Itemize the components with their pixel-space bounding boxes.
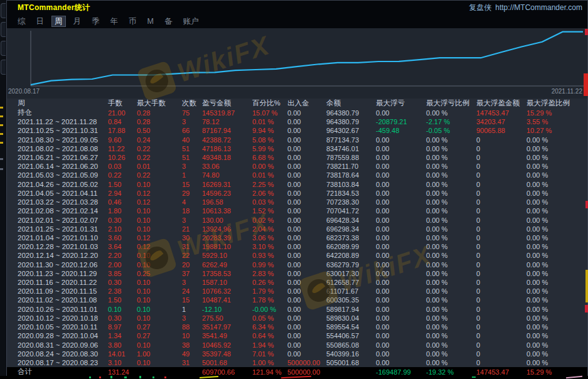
table-cell: 0.00 xyxy=(376,306,426,313)
column-header: 最大浮盈金额 xyxy=(476,99,527,108)
table-row[interactable]: 2020.08.24 ~ 2020.08.3014.011.004935397.… xyxy=(7,350,587,358)
table-row[interactable]: 2021.01.04 ~ 2021.01.103.600.123020283.3… xyxy=(7,233,587,242)
table-row[interactable]: 2020.11.09 ~ 2020.11.152.380.102410766.3… xyxy=(7,287,587,296)
background-window-fragment xyxy=(584,73,588,96)
table-cell: 3.06 % xyxy=(252,234,287,242)
table-row[interactable]: 2021.02.08 ~ 2021.02.141.800.101810613.3… xyxy=(7,206,587,215)
table-cell: 707238.30 xyxy=(326,198,376,206)
table-cell: 3.85 xyxy=(108,270,137,277)
table-cell: 0.22 xyxy=(137,154,182,161)
table-row[interactable]: 2020.11.02 ~ 2020.11.081.500.101510487.4… xyxy=(7,296,587,304)
table-cell: 964302.67 xyxy=(326,127,376,134)
table-cell: 130.00 xyxy=(202,216,252,224)
table-cell: 0.00 xyxy=(287,279,326,286)
table-cell: 3 xyxy=(182,216,202,224)
menu-item-币[interactable]: 币 xyxy=(126,16,139,26)
table-row[interactable]: 2020.10.26 ~ 2020.11.010.100.101-12.10-0… xyxy=(7,305,587,314)
table-row[interactable]: 2021.10.25 ~ 2021.10.3117.880.506687167.… xyxy=(7,126,587,135)
table-cell: 0.00 % xyxy=(527,154,587,161)
table-row[interactable]: 持仓21.000.2875145319.8715.07 %0.00964380.… xyxy=(7,108,587,117)
menu-item-年[interactable]: 年 xyxy=(108,16,121,26)
table-row[interactable]: 2020.11.30 ~ 2020.12.062.000.10206262.49… xyxy=(7,260,587,269)
table-cell: 0 xyxy=(476,252,527,259)
table-cell: 0.00 % xyxy=(527,323,587,331)
table-cell: 0 xyxy=(476,225,527,233)
table-row[interactable]: 2021.01.25 ~ 2021.01.312.100.102113924.9… xyxy=(7,225,587,233)
table-cell: 609700.66 xyxy=(202,368,252,376)
table-cell: 0.00 xyxy=(287,127,326,134)
table-row[interactable]: 2020.10.05 ~ 2020.10.118.970.278835147.9… xyxy=(7,323,587,331)
table-cell: 0.00 xyxy=(287,163,326,170)
table-cell: 696298.34 xyxy=(326,225,376,233)
table-cell: 3.64 xyxy=(108,243,137,250)
table-cell: 0.00 xyxy=(376,190,426,197)
table-cell: 0.01 % xyxy=(252,171,287,179)
title-bar[interactable]: MTCommander统计 复盘侠 http://MTCommander.com xyxy=(7,1,587,14)
table-row[interactable]: 2021.06.21 ~ 2021.06.2710.260.225149348.… xyxy=(7,153,587,162)
table-cell: 642208.89 xyxy=(326,252,376,259)
table-cell: 0.00 xyxy=(287,118,326,125)
table-cell: 0.10 xyxy=(137,216,182,224)
background-line-fragment xyxy=(472,376,476,378)
table-row[interactable]: 2021.06.14 ~ 2021.06.200.030.01333.060.0… xyxy=(7,162,587,171)
table-cell: 0.00 % xyxy=(426,198,476,206)
table-header-row: 周手数最大手数次数盈亏金额百分比%出入金余额最大浮亏最大浮亏比例最大浮盈金额最大… xyxy=(7,99,587,108)
table-row[interactable]: 2021.08.30 ~ 2021.09.059.600.244042388.7… xyxy=(7,135,587,144)
table-cell: 7.01 % xyxy=(252,350,287,358)
table-cell: 20 xyxy=(182,261,202,269)
table-row[interactable]: 2020.10.12 ~ 2020.10.180.300.103275.500.… xyxy=(7,314,587,323)
table-cell: 15 xyxy=(182,181,202,188)
table-row[interactable]: 2021.03.22 ~ 2021.03.280.460.124196.580.… xyxy=(7,198,587,206)
table-row[interactable]: 2021.05.03 ~ 2021.05.090.220.22174.800.0… xyxy=(7,171,587,179)
table-cell: 78.12 xyxy=(202,118,252,125)
brand-url-link[interactable]: http://MTCommander.com xyxy=(495,3,582,12)
table-row[interactable]: 2020.12.28 ~ 2021.01.033.640.123119881.1… xyxy=(7,242,587,251)
menu-item-日[interactable]: 日 xyxy=(34,16,47,26)
equity-chart: 2020.08.17 2021.11.22 xyxy=(7,28,587,99)
table-row[interactable]: 2020.12.14 ~ 2020.12.202.200.10225929.10… xyxy=(7,251,587,260)
table-row[interactable]: 2021.04.26 ~ 2021.05.021.500.101516269.3… xyxy=(7,180,587,189)
row-label: 2020.08.31 ~ 2020.09.06 xyxy=(18,341,108,349)
menu-item-周[interactable]: 周 xyxy=(52,16,65,26)
table-cell: 3.10 xyxy=(108,359,137,366)
menu-item-月[interactable]: 月 xyxy=(71,16,84,26)
table-cell: 0.00 % xyxy=(426,207,476,215)
table-row[interactable]: 2021.11.22 ~ 2021.11.280.840.28378.120.0… xyxy=(7,117,587,126)
menu-item-季[interactable]: 季 xyxy=(89,16,102,26)
table-cell: 630017.30 xyxy=(326,270,376,277)
table-cell: 1.34 xyxy=(108,332,137,339)
table-row[interactable]: 2020.08.31 ~ 2020.09.063.800.103810465.9… xyxy=(7,340,587,349)
table-cell: 3 xyxy=(182,279,202,286)
background-window-fragment xyxy=(585,305,588,312)
column-header: 周 xyxy=(18,99,108,108)
screen: { "window": { "title": "MTCommander统计", … xyxy=(0,0,588,379)
table-cell: 10.26 xyxy=(108,154,137,161)
table-cell: 0.00 xyxy=(376,341,426,349)
table-cell: 0.00 xyxy=(287,109,326,117)
table-cell: 0.00 % xyxy=(527,171,587,179)
table-cell: 600305.35 xyxy=(326,296,376,304)
row-label: 2020.10.26 ~ 2020.11.01 xyxy=(18,306,108,313)
table-row[interactable]: 2021.02.01 ~ 2021.02.070.300.103130.000.… xyxy=(7,215,587,224)
table-row[interactable]: 2020.11.16 ~ 2020.11.220.300.1031587.100… xyxy=(7,278,587,287)
table-row[interactable]: 2021.04.05 ~ 2021.04.112.940.122914596.2… xyxy=(7,189,587,198)
table-row[interactable]: 2021.08.02 ~ 2021.08.0811.220.225147186.… xyxy=(7,144,587,153)
total-row[interactable]: 合计131.24609700.66121.94 %500000.00-16948… xyxy=(7,367,587,376)
table-cell: 30 xyxy=(182,234,202,242)
table-cell: 0.00 % xyxy=(527,287,587,295)
table-cell: 554406.57 xyxy=(326,332,376,339)
menu-item-M[interactable]: M xyxy=(145,16,156,26)
table-cell: 1.00 xyxy=(137,350,182,358)
table-row[interactable]: 2020.09.28 ~ 2020.10.041.340.27103541.49… xyxy=(7,331,587,340)
background-window-edge-bottom xyxy=(0,376,588,379)
menu-item-账户[interactable]: 账户 xyxy=(180,16,201,26)
menu-item-综[interactable]: 综 xyxy=(15,16,28,26)
table-row[interactable]: 2020.11.23 ~ 2020.11.293.850.253717358.5… xyxy=(7,269,587,278)
table-cell: 0.10 xyxy=(137,225,182,233)
table-cell: 0.22 xyxy=(137,145,182,152)
menu-item-备[interactable]: 备 xyxy=(162,16,175,26)
column-header: 最大手数 xyxy=(137,99,182,108)
table-cell: 0 xyxy=(476,332,527,339)
table-row[interactable]: 2020.08.17 ~ 2020.08.233.100.10315001.68… xyxy=(7,358,587,367)
table-cell: 3541.49 xyxy=(202,332,252,339)
